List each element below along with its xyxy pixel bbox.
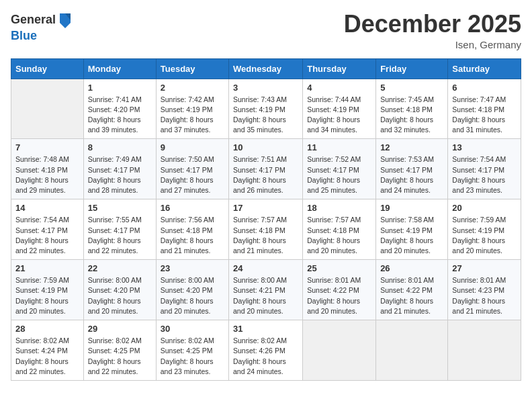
day-number: 22 xyxy=(88,263,152,273)
calendar-cell: 13Sunrise: 7:54 AMSunset: 4:17 PMDayligh… xyxy=(448,139,521,199)
calendar-header-row: SundayMondayTuesdayWednesdayThursdayFrid… xyxy=(11,58,521,79)
calendar-cell: 24Sunrise: 8:00 AMSunset: 4:21 PMDayligh… xyxy=(229,260,303,320)
calendar-cell: 17Sunrise: 7:57 AMSunset: 4:18 PMDayligh… xyxy=(229,199,303,260)
day-info: Sunrise: 7:42 AMSunset: 4:19 PMDaylight:… xyxy=(161,95,224,136)
day-number: 1 xyxy=(88,83,152,93)
day-info: Sunrise: 7:56 AMSunset: 4:18 PMDaylight:… xyxy=(161,215,224,256)
day-info: Sunrise: 8:02 AMSunset: 4:24 PMDaylight:… xyxy=(15,336,79,377)
weekday-header: Tuesday xyxy=(156,58,228,79)
calendar-title: December 2025 xyxy=(344,11,521,38)
day-number: 29 xyxy=(88,324,152,334)
calendar-cell: 9Sunrise: 7:50 AMSunset: 4:17 PMDaylight… xyxy=(156,139,228,199)
calendar-cell: 1Sunrise: 7:41 AMSunset: 4:20 PMDaylight… xyxy=(83,79,156,139)
calendar-cell: 16Sunrise: 7:56 AMSunset: 4:18 PMDayligh… xyxy=(156,199,228,260)
day-info: Sunrise: 8:01 AMSunset: 4:22 PMDaylight:… xyxy=(307,275,371,316)
day-info: Sunrise: 7:49 AMSunset: 4:17 PMDaylight:… xyxy=(88,154,152,195)
calendar-cell: 22Sunrise: 8:00 AMSunset: 4:20 PMDayligh… xyxy=(83,260,156,320)
day-number: 21 xyxy=(15,263,79,273)
page-header: General Blue December 2025 Isen, Germany xyxy=(11,11,521,50)
day-info: Sunrise: 7:53 AMSunset: 4:17 PMDaylight:… xyxy=(380,154,443,195)
day-info: Sunrise: 8:01 AMSunset: 4:23 PMDaylight:… xyxy=(452,275,517,316)
day-number: 27 xyxy=(452,263,517,273)
calendar-cell: 20Sunrise: 7:59 AMSunset: 4:19 PMDayligh… xyxy=(448,199,521,260)
day-number: 7 xyxy=(15,142,79,152)
calendar-cell: 6Sunrise: 7:47 AMSunset: 4:18 PMDaylight… xyxy=(448,79,521,139)
day-number: 30 xyxy=(161,324,224,334)
day-number: 17 xyxy=(233,203,298,213)
day-info: Sunrise: 7:55 AMSunset: 4:17 PMDaylight:… xyxy=(88,215,152,256)
day-number: 24 xyxy=(233,263,298,273)
title-block: December 2025 Isen, Germany xyxy=(344,11,521,50)
day-number: 11 xyxy=(307,142,371,152)
day-number: 15 xyxy=(88,203,152,213)
calendar-week-row: 28Sunrise: 8:02 AMSunset: 4:24 PMDayligh… xyxy=(11,320,521,381)
calendar-week-row: 21Sunrise: 7:59 AMSunset: 4:19 PMDayligh… xyxy=(11,260,521,320)
day-info: Sunrise: 7:57 AMSunset: 4:18 PMDaylight:… xyxy=(307,215,371,256)
weekday-header: Monday xyxy=(83,58,156,79)
day-number: 31 xyxy=(233,324,298,334)
day-number: 19 xyxy=(380,203,443,213)
day-info: Sunrise: 7:48 AMSunset: 4:18 PMDaylight:… xyxy=(15,154,79,195)
logo-general: General xyxy=(11,13,56,27)
calendar-cell: 25Sunrise: 8:01 AMSunset: 4:22 PMDayligh… xyxy=(303,260,376,320)
day-info: Sunrise: 8:00 AMSunset: 4:20 PMDaylight:… xyxy=(88,275,152,316)
logo-blue: Blue xyxy=(11,29,37,42)
day-number: 23 xyxy=(161,263,224,273)
calendar-cell: 14Sunrise: 7:54 AMSunset: 4:17 PMDayligh… xyxy=(11,199,84,260)
day-info: Sunrise: 8:00 AMSunset: 4:20 PMDaylight:… xyxy=(161,275,224,316)
logo-icon xyxy=(57,11,73,30)
day-info: Sunrise: 7:41 AMSunset: 4:20 PMDaylight:… xyxy=(88,95,152,136)
calendar-location: Isen, Germany xyxy=(344,39,521,50)
day-number: 14 xyxy=(15,203,79,213)
weekday-header: Sunday xyxy=(11,58,84,79)
day-number: 4 xyxy=(307,83,371,93)
day-number: 13 xyxy=(452,142,517,152)
day-info: Sunrise: 7:50 AMSunset: 4:17 PMDaylight:… xyxy=(161,154,224,195)
day-info: Sunrise: 8:01 AMSunset: 4:22 PMDaylight:… xyxy=(380,275,443,316)
weekday-header: Wednesday xyxy=(229,58,303,79)
calendar-cell: 28Sunrise: 8:02 AMSunset: 4:24 PMDayligh… xyxy=(11,320,84,381)
weekday-header: Friday xyxy=(376,58,448,79)
day-info: Sunrise: 8:02 AMSunset: 4:26 PMDaylight:… xyxy=(233,336,298,377)
day-info: Sunrise: 7:44 AMSunset: 4:19 PMDaylight:… xyxy=(307,95,371,136)
calendar-cell: 10Sunrise: 7:51 AMSunset: 4:17 PMDayligh… xyxy=(229,139,303,199)
calendar-cell: 4Sunrise: 7:44 AMSunset: 4:19 PMDaylight… xyxy=(303,79,376,139)
day-info: Sunrise: 7:54 AMSunset: 4:17 PMDaylight:… xyxy=(452,154,517,195)
day-number: 12 xyxy=(380,142,443,152)
calendar-cell: 12Sunrise: 7:53 AMSunset: 4:17 PMDayligh… xyxy=(376,139,448,199)
calendar-cell: 7Sunrise: 7:48 AMSunset: 4:18 PMDaylight… xyxy=(11,139,84,199)
day-number: 9 xyxy=(161,142,224,152)
day-number: 18 xyxy=(307,203,371,213)
calendar-cell: 5Sunrise: 7:45 AMSunset: 4:18 PMDaylight… xyxy=(376,79,448,139)
logo: General Blue xyxy=(11,11,73,43)
day-info: Sunrise: 7:57 AMSunset: 4:18 PMDaylight:… xyxy=(233,215,298,256)
calendar-cell: 26Sunrise: 8:01 AMSunset: 4:22 PMDayligh… xyxy=(376,260,448,320)
calendar-cell: 8Sunrise: 7:49 AMSunset: 4:17 PMDaylight… xyxy=(83,139,156,199)
day-number: 26 xyxy=(380,263,443,273)
day-number: 6 xyxy=(452,83,517,93)
day-info: Sunrise: 8:00 AMSunset: 4:21 PMDaylight:… xyxy=(233,275,298,316)
day-number: 25 xyxy=(307,263,371,273)
calendar-cell: 27Sunrise: 8:01 AMSunset: 4:23 PMDayligh… xyxy=(448,260,521,320)
weekday-header: Saturday xyxy=(448,58,521,79)
day-info: Sunrise: 8:02 AMSunset: 4:25 PMDaylight:… xyxy=(88,336,152,377)
calendar-cell xyxy=(448,320,521,381)
calendar-cell: 29Sunrise: 8:02 AMSunset: 4:25 PMDayligh… xyxy=(83,320,156,381)
calendar-cell: 30Sunrise: 8:02 AMSunset: 4:25 PMDayligh… xyxy=(156,320,228,381)
day-info: Sunrise: 7:43 AMSunset: 4:19 PMDaylight:… xyxy=(233,95,298,136)
calendar-cell: 11Sunrise: 7:52 AMSunset: 4:17 PMDayligh… xyxy=(303,139,376,199)
day-info: Sunrise: 7:54 AMSunset: 4:17 PMDaylight:… xyxy=(15,215,79,256)
day-info: Sunrise: 7:58 AMSunset: 4:19 PMDaylight:… xyxy=(380,215,443,256)
calendar-cell: 3Sunrise: 7:43 AMSunset: 4:19 PMDaylight… xyxy=(229,79,303,139)
day-info: Sunrise: 7:59 AMSunset: 4:19 PMDaylight:… xyxy=(452,215,517,256)
day-number: 3 xyxy=(233,83,298,93)
day-info: Sunrise: 7:47 AMSunset: 4:18 PMDaylight:… xyxy=(452,95,517,136)
day-number: 20 xyxy=(452,203,517,213)
day-number: 8 xyxy=(88,142,152,152)
weekday-header: Thursday xyxy=(303,58,376,79)
calendar-cell: 18Sunrise: 7:57 AMSunset: 4:18 PMDayligh… xyxy=(303,199,376,260)
calendar-cell: 23Sunrise: 8:00 AMSunset: 4:20 PMDayligh… xyxy=(156,260,228,320)
day-info: Sunrise: 7:59 AMSunset: 4:19 PMDaylight:… xyxy=(15,275,79,316)
calendar-week-row: 14Sunrise: 7:54 AMSunset: 4:17 PMDayligh… xyxy=(11,199,521,260)
day-number: 16 xyxy=(161,203,224,213)
